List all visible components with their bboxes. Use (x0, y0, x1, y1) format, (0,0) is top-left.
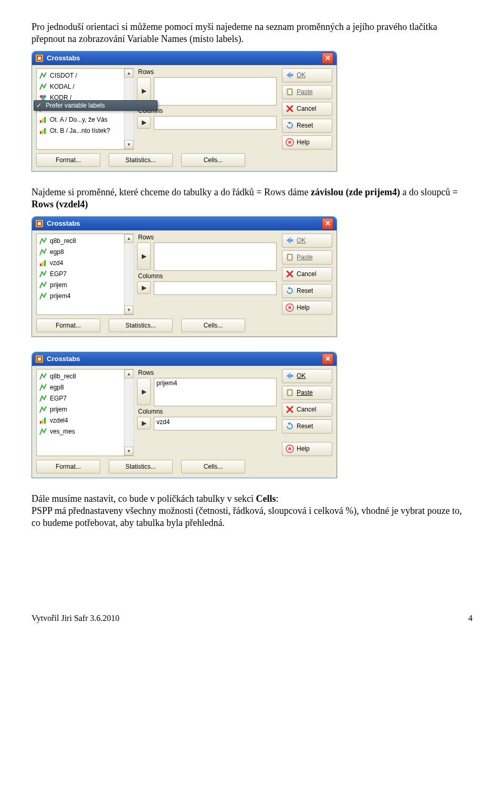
paste-button[interactable]: Paste (282, 250, 332, 265)
scroll-down-icon[interactable]: ▼ (124, 447, 133, 456)
scale-icon (39, 82, 47, 91)
page-footer: Vytvořil Jiri Safr 3.6.2010 4 (32, 614, 472, 623)
scale-icon (39, 383, 47, 392)
move-right-rows-button[interactable]: ▶ (137, 378, 151, 405)
svg-rect-8 (44, 117, 46, 123)
titlebar[interactable]: Crosstabs ✕ (32, 352, 337, 366)
paragraph-1: Pro jednoduší orientaci si můžeme pomocí… (32, 21, 472, 46)
cancel-icon (286, 104, 294, 113)
context-menu-item[interactable]: Prefer variable labels (46, 102, 105, 109)
crosstabs-dialog-2: Crosstabs ✕ q8b_rec8 egp8 vzd4 EGP7 prij… (32, 216, 337, 337)
move-right-cols-button[interactable]: ▶ (137, 281, 151, 294)
format-button[interactable]: Format... (36, 153, 100, 167)
statistics-button[interactable]: Statistics... (109, 153, 173, 167)
svg-point-3 (40, 95, 43, 98)
reset-button[interactable]: Reset (282, 119, 332, 133)
list-item: EGP7 (38, 269, 132, 280)
svg-rect-29 (40, 421, 41, 424)
rows-list[interactable] (154, 242, 277, 271)
list-item: ves_mes (38, 426, 132, 437)
check-icon: ✓ (35, 102, 43, 109)
svg-rect-11 (44, 128, 46, 134)
page-number: 4 (468, 614, 472, 623)
cancel-button[interactable]: Cancel (282, 403, 332, 417)
svg-rect-10 (42, 130, 44, 134)
scroll-up-icon[interactable]: ▲ (124, 69, 133, 78)
titlebar[interactable]: Crosstabs ✕ (32, 51, 337, 65)
list-item: Ot. B / Ja...nto lístek? (38, 125, 132, 136)
close-icon[interactable]: ✕ (322, 52, 333, 64)
list-item: EGP7 (38, 393, 132, 404)
rows-list[interactable] (154, 77, 277, 106)
ok-button[interactable]: OK (282, 234, 332, 248)
statistics-button[interactable]: Statistics... (109, 319, 173, 332)
scale-icon (39, 270, 47, 278)
scale-icon (39, 372, 47, 381)
list-item: Ot. A / Do...y, že Vás (38, 114, 132, 125)
scroll-down-icon[interactable]: ▼ (124, 140, 133, 149)
list-item: egp8 (38, 247, 132, 258)
cells-button[interactable]: Cells... (181, 153, 245, 167)
columns-list[interactable] (154, 116, 277, 130)
move-right-cols-button[interactable]: ▶ (137, 116, 151, 129)
format-button[interactable]: Format... (36, 319, 100, 332)
reset-button[interactable]: Reset (282, 419, 332, 434)
close-icon[interactable]: ✕ (322, 218, 333, 229)
cells-button[interactable]: Cells... (181, 319, 245, 332)
scroll-down-icon[interactable]: ▼ (124, 305, 133, 314)
paste-icon (286, 388, 294, 397)
scale-icon (39, 394, 47, 403)
format-button[interactable]: Format... (36, 460, 100, 473)
scroll-up-icon[interactable]: ▲ (124, 370, 133, 378)
help-icon (286, 138, 294, 146)
variable-list[interactable]: CISDOT / KODAL / KODR / CIST / Ot. A / D… (36, 68, 134, 150)
cancel-button[interactable]: Cancel (282, 102, 332, 116)
move-right-rows-button[interactable]: ▶ (137, 242, 151, 270)
svg-rect-19 (40, 263, 41, 266)
scroll-up-icon[interactable]: ▲ (124, 234, 133, 243)
paragraph-2: Najdeme si proměnné, které chceme do tab… (32, 186, 472, 211)
scale-icon (39, 427, 47, 436)
ok-icon (286, 236, 294, 245)
help-button[interactable]: Help (282, 135, 332, 150)
ordinal-icon (39, 259, 47, 267)
ok-button[interactable]: OK (282, 369, 332, 383)
columns-label: Columns (137, 107, 277, 114)
title-text: Crosstabs (47, 219, 322, 227)
statistics-button[interactable]: Statistics... (109, 460, 173, 473)
app-icon (35, 219, 44, 228)
help-button[interactable]: Help (282, 301, 332, 315)
context-menu[interactable]: ✓ Prefer variable labels (34, 100, 158, 111)
scale-icon (39, 248, 47, 256)
variable-list[interactable]: q8b_rec8 egp8 vzd4 EGP7 prijem prijem4 ▲… (36, 234, 134, 315)
svg-rect-9 (40, 131, 41, 134)
move-right-cols-button[interactable]: ▶ (137, 417, 151, 429)
scrollbar[interactable]: ▲ ▼ (124, 234, 133, 314)
scrollbar[interactable]: ▲ ▼ (124, 370, 133, 456)
cells-button[interactable]: Cells... (181, 460, 245, 473)
list-item: vzdel4 (38, 415, 132, 426)
cancel-icon (286, 405, 294, 414)
close-icon[interactable]: ✕ (322, 353, 333, 365)
ordinal-icon (39, 416, 47, 425)
paste-button[interactable]: Paste (282, 85, 332, 99)
rows-label: Rows (137, 68, 277, 76)
cancel-button[interactable]: Cancel (282, 267, 332, 281)
variable-list[interactable]: q8b_rec8 egp8 EGP7 prijem vzdel4 ves_mes… (36, 369, 134, 456)
paste-button[interactable]: Paste (282, 386, 332, 400)
svg-point-4 (43, 95, 46, 98)
list-item: prijem (38, 404, 132, 415)
reset-icon (286, 287, 294, 295)
help-button[interactable]: Help (282, 442, 332, 456)
list-item: prijem4 (38, 291, 132, 302)
ok-icon (286, 71, 294, 79)
rows-list[interactable]: prijem4 (154, 378, 277, 406)
columns-list[interactable]: vzd4 (154, 417, 277, 430)
reset-icon (286, 422, 294, 430)
list-item: vzd4 (38, 258, 132, 269)
cancel-icon (286, 270, 294, 278)
titlebar[interactable]: Crosstabs ✕ (32, 217, 337, 230)
ok-button[interactable]: OK (282, 68, 332, 82)
columns-list[interactable] (154, 281, 277, 295)
reset-button[interactable]: Reset (282, 284, 332, 298)
